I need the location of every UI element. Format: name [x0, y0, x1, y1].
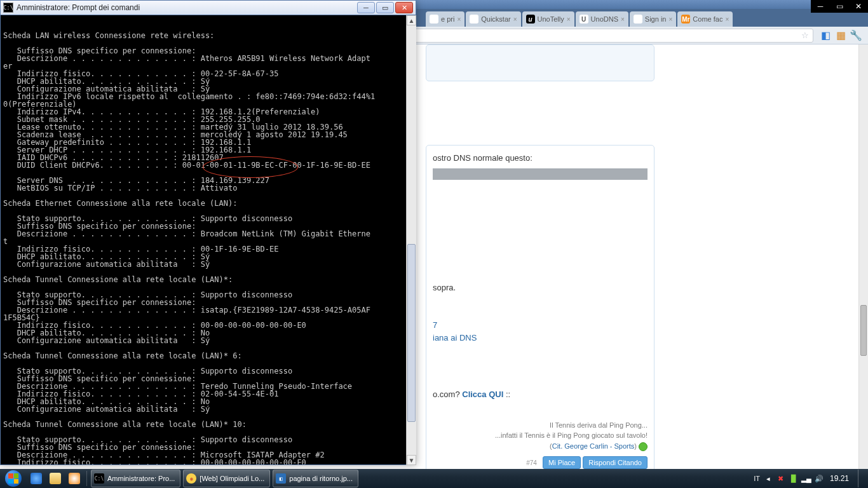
signature-line: Il Tennis deriva dal Ping Pong... [433, 420, 648, 431]
tab-close-icon[interactable]: × [457, 16, 461, 23]
cmd-maximize-button[interactable]: ▭ [376, 2, 394, 13]
wrench-icon[interactable]: 🔧 [849, 29, 863, 43]
taskbar-task-cmd[interactable]: C:\ Amministratore: Pro... [91, 470, 180, 487]
forum-body: ostro DNS normale questo: sopra. 7 iana … [426, 145, 654, 476]
tab-label: e pri [441, 15, 454, 23]
folder-icon [50, 473, 61, 484]
taskbar-clock[interactable]: 19.21 [827, 474, 851, 483]
like-button[interactable]: Mi Piace [543, 456, 581, 469]
forum-link[interactable]: Clicca QUI [462, 390, 503, 399]
favicon-icon: Mr [681, 15, 690, 24]
tab-label: UnoDNS [591, 15, 618, 23]
chrome-close-button[interactable]: ✕ [849, 0, 868, 13]
favicon-icon: U [580, 15, 588, 24]
tab-close-icon[interactable]: × [725, 16, 729, 23]
favicon-icon [430, 15, 438, 24]
ie-icon [31, 473, 42, 484]
taskbar-separator [86, 471, 87, 486]
tab-close-icon[interactable]: × [513, 16, 517, 23]
post-number: #74 [526, 459, 537, 466]
cmd-icon: C:\ [3, 3, 13, 13]
forum-link[interactable]: 7 [433, 320, 437, 330]
scroll-down-icon[interactable]: ▼ [407, 455, 416, 465]
volume-icon[interactable]: 🔊 [815, 474, 824, 483]
online-status-icon [639, 442, 648, 451]
browser-tab[interactable]: e pri× [426, 11, 465, 27]
scroll-up-icon[interactable]: ▲ [407, 15, 416, 25]
forum-text: :: [503, 390, 510, 399]
task-label: [Web] Olimpiadi Lo... [200, 475, 264, 482]
reply-quote-button[interactable]: Rispondi Citando [583, 456, 648, 469]
star-icon[interactable]: ☆ [801, 30, 809, 40]
scrollbar-thumb[interactable] [860, 305, 867, 356]
chrome-minimize-button[interactable]: ─ [811, 0, 830, 13]
tab-label: Quickstar [481, 15, 510, 23]
cmd-scrollbar[interactable]: ▲ ▼ [406, 15, 416, 465]
cmd-titlebar[interactable]: C:\ Amministratore: Prompt dei comandi ─… [0, 0, 416, 15]
cmd-window: C:\ Amministratore: Prompt dei comandi ─… [0, 0, 416, 465]
taskbar-task-imageviewer[interactable]: ◧ pagina di ritorno.jp... [273, 470, 358, 487]
taskbar-task-chrome[interactable]: ◉ [Web] Olimpiadi Lo... [183, 470, 270, 487]
tray-chevron-icon[interactable]: ◂ [764, 474, 773, 483]
browser-tab[interactable]: MrCome fac× [677, 11, 733, 27]
chrome-icon: ◉ [186, 473, 196, 484]
tab-label: Sign in [645, 15, 667, 23]
chrome-scrollbar[interactable] [858, 44, 868, 469]
chrome-window-buttons: ─ ▭ ✕ [811, 0, 868, 13]
forum-link[interactable]: iana ai DNS [433, 333, 477, 342]
cmd-output[interactable]: Scheda LAN wireless Connessione rete wir… [0, 15, 416, 465]
favicon-icon [470, 15, 478, 24]
network-icon[interactable]: ▂▄ [802, 474, 811, 483]
wmp-icon [69, 473, 80, 484]
cmd-icon: C:\ [94, 473, 104, 484]
favicon-icon: u [526, 15, 535, 24]
cmd-minimize-button[interactable]: ─ [357, 2, 375, 13]
pinned-ie[interactable] [27, 470, 45, 487]
code-bar [433, 168, 648, 180]
extension-icon[interactable]: ▦ [834, 29, 848, 43]
cmd-close-button[interactable]: ✕ [395, 2, 413, 13]
windows-taskbar: C:\ Amministratore: Pro... ◉ [Web] Olimp… [0, 469, 868, 488]
pinned-wmp[interactable] [65, 470, 83, 487]
favicon-icon [634, 15, 642, 24]
tab-label: Come fac [693, 15, 722, 23]
scrollbar-thumb[interactable] [407, 244, 416, 422]
signature-cite: Cit. George Carlin - Sports [552, 442, 635, 450]
tab-close-icon[interactable]: × [621, 16, 625, 23]
battery-icon[interactable]: ▉ [789, 474, 798, 483]
tab-close-icon[interactable]: × [567, 16, 571, 23]
browser-tab[interactable]: Quickstar× [466, 11, 520, 27]
start-button[interactable] [0, 469, 27, 488]
forum-quote-box [426, 44, 654, 81]
cmd-title: Amministratore: Prompt dei comandi [17, 3, 356, 12]
forum-actions: #74 Mi Piace Rispondi Citando [433, 456, 648, 469]
browser-tab[interactable]: uUnoTelly× [522, 11, 574, 27]
forum-post: ostro DNS normale questo: sopra. 7 iana … [426, 44, 654, 476]
chrome-maximize-button[interactable]: ▭ [830, 0, 849, 13]
system-tray: IT ◂ ✖ ▉ ▂▄ 🔊 19.21 [750, 470, 868, 487]
action-center-icon[interactable]: ✖ [776, 474, 785, 483]
show-desktop-button[interactable] [858, 470, 864, 487]
tab-close-icon[interactable]: × [668, 16, 672, 23]
forum-text: ostro DNS normale questo: [433, 152, 648, 165]
pinned-explorer[interactable] [46, 470, 64, 487]
forum-text: o.com? [433, 390, 462, 399]
browser-tab[interactable]: Sign in× [630, 11, 676, 27]
language-indicator[interactable]: IT [754, 475, 760, 482]
task-label: Amministratore: Pro... [107, 475, 175, 482]
image-icon: ◧ [276, 473, 286, 484]
extension-icon[interactable]: ◧ [818, 29, 832, 43]
forum-text: sopra. [433, 281, 648, 294]
forum-signature: Il Tennis deriva dal Ping Pong... ...inf… [433, 420, 648, 452]
task-label: pagina di ritorno.jp... [289, 475, 353, 482]
tab-label: UnoTelly [538, 15, 564, 23]
signature-line: ...infatti il Tennis è il Ping Pong gioc… [433, 430, 648, 441]
browser-tab[interactable]: UUnoDNS× [576, 11, 628, 27]
windows-logo-icon [5, 470, 22, 487]
